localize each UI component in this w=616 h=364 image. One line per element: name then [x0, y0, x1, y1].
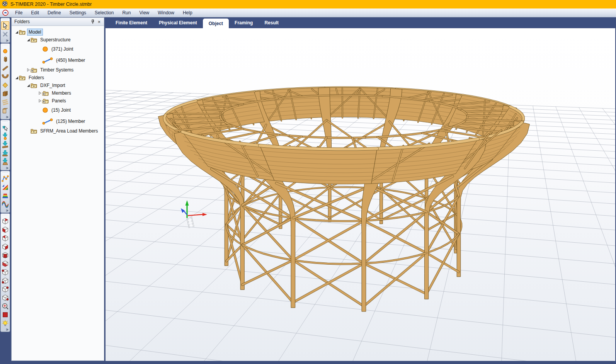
menu-item-edit[interactable]: Edit [27, 9, 43, 16]
folders-panel: Folders × ModelSuperstructure(371) Joint… [11, 17, 104, 361]
tab-finite-element[interactable]: Finite Element [110, 17, 153, 28]
view-iso-nw[interactable] [1, 234, 9, 242]
menu-item-define[interactable]: Define [43, 9, 65, 16]
expand-icon[interactable] [26, 68, 31, 72]
tree-item-sfrm-area-load-members[interactable]: SFRM_Area Load Members [12, 127, 104, 135]
tree-item-label: (450) Member [55, 57, 86, 63]
tab-physical-element[interactable]: Physical Element [153, 17, 203, 28]
window-bottom-edge [0, 361, 616, 364]
grad-tri-icon [2, 184, 9, 191]
assign-member-tool[interactable] [1, 140, 9, 149]
toolbar-drag-handle[interactable]: ···· [2, 44, 8, 47]
tree-item-timber-systems[interactable]: Timber Systems [12, 66, 104, 74]
toolbar-drag-handle[interactable]: ···· [2, 120, 8, 123]
view-iso-ne[interactable] [1, 217, 9, 225]
draw-ribbed-panel-tool[interactable] [1, 106, 9, 115]
collapse-icon[interactable] [26, 38, 31, 42]
toolbar-drag-handle[interactable]: ···· [2, 214, 8, 217]
tree-item-panels[interactable]: Panels [12, 97, 104, 105]
tree-item-label: Superstructure [39, 37, 72, 43]
view-iso-se[interactable] [1, 259, 9, 268]
tree-item-members[interactable]: Members [12, 89, 104, 97]
toolbar-overflow-button[interactable] [1, 166, 10, 170]
tree-item-folders[interactable]: Folders [12, 74, 104, 82]
menu-item-view[interactable]: View [135, 9, 153, 16]
draw-panel-point-tool[interactable] [1, 81, 9, 89]
assign-panel-tool[interactable] [1, 149, 9, 157]
toolbar-overflow-button[interactable] [1, 115, 10, 119]
assign-joint-tool[interactable] [1, 132, 9, 140]
model-tools[interactable] [1, 30, 9, 38]
member-icon [42, 57, 53, 64]
toolbar-overflow-button[interactable] [1, 327, 10, 332]
toolbar-overflow-button[interactable] [1, 208, 10, 213]
view-corner-ne[interactable] [1, 285, 9, 293]
menu-item-window[interactable]: Window [153, 9, 179, 16]
view-corner-se[interactable] [1, 293, 9, 302]
cursor-icon [2, 22, 9, 29]
joint-icon [42, 46, 48, 52]
tree-item-dxf-import[interactable]: DXF_Import [12, 82, 104, 89]
expand-icon[interactable] [37, 91, 42, 95]
menu-item-file[interactable]: File [11, 9, 27, 16]
assign-dot-icon [2, 133, 9, 140]
draw-curved-member-tool[interactable] [1, 72, 9, 81]
collapse-icon[interactable] [14, 30, 19, 34]
tree-item-371-joint[interactable]: (371) Joint [12, 44, 104, 54]
view-left[interactable] [1, 225, 9, 234]
assign-cursor-icon [2, 124, 9, 131]
assign-beam-icon [2, 141, 9, 148]
view-corner-nw[interactable] [1, 268, 9, 276]
cube-dot-br-icon [2, 294, 9, 301]
select-tool[interactable] [1, 21, 9, 30]
toolbar-overflow-button[interactable] [1, 38, 10, 43]
view-front[interactable] [1, 251, 9, 259]
menu-item-settings[interactable]: Settings [65, 9, 90, 16]
tree-item-superstructure[interactable]: Superstructure [12, 36, 104, 44]
tree-item-125-member[interactable]: (125) Member [12, 115, 104, 127]
toolbar-drag-handle[interactable]: ···· [2, 18, 8, 21]
draw-joint-tool[interactable] [1, 47, 9, 55]
tab-object[interactable]: Object [203, 19, 229, 28]
draw-clt-panel-tool[interactable] [1, 98, 9, 106]
draw-member-tool[interactable] [1, 55, 9, 64]
shaded-view-tool[interactable] [1, 310, 9, 319]
timber-structure-3d [158, 87, 529, 311]
result-solid-contour-tool[interactable] [1, 191, 9, 200]
tree-item-450-member[interactable]: (450) Member [12, 54, 104, 66]
result-wave-tool[interactable] [1, 200, 9, 208]
line-icon [2, 65, 9, 72]
tree-item-label: (371) Joint [50, 46, 75, 52]
result-diagram-tool[interactable] [1, 174, 9, 183]
close-panel-icon[interactable]: × [96, 19, 102, 25]
tab-result[interactable]: Result [259, 17, 284, 28]
draw-panel-tool[interactable] [1, 89, 9, 98]
auto-hide-pin-icon[interactable] [89, 19, 96, 25]
view-corner-sw[interactable] [1, 276, 9, 285]
collapse-icon[interactable] [14, 76, 19, 80]
cube-dot-bl-icon [2, 277, 9, 284]
view-right[interactable] [1, 242, 9, 251]
cube-dot-tr-icon [2, 286, 9, 293]
viewport-3d[interactable] [106, 28, 615, 361]
app-logo-icon [2, 1, 8, 8]
zoom-extents-tool[interactable] [1, 302, 9, 310]
viewport-container [106, 28, 615, 361]
beam-icon [2, 56, 9, 63]
menu-item-run[interactable]: Run [118, 9, 135, 16]
draw-line-member-tool[interactable] [1, 64, 9, 72]
assign-select-tool[interactable] [1, 123, 9, 132]
tree-item-15-joint[interactable]: (15) Joint [12, 105, 104, 115]
toolbar-drag-handle[interactable]: ···· [2, 171, 8, 174]
menu-item-help[interactable]: Help [179, 9, 197, 16]
tree-item-model[interactable]: Model [12, 28, 104, 36]
tree-item-label: Model [27, 29, 43, 35]
collapse-icon[interactable] [26, 83, 31, 87]
result-contour-tool[interactable] [1, 183, 9, 191]
display-options-tool[interactable] [1, 319, 9, 327]
assign-solid-tool[interactable] [1, 157, 9, 166]
expand-icon[interactable] [37, 99, 42, 103]
tab-framing[interactable]: Framing [229, 17, 259, 28]
toolbar-group-1: ···· [0, 18, 10, 43]
menu-item-selection[interactable]: Selection [90, 9, 118, 16]
